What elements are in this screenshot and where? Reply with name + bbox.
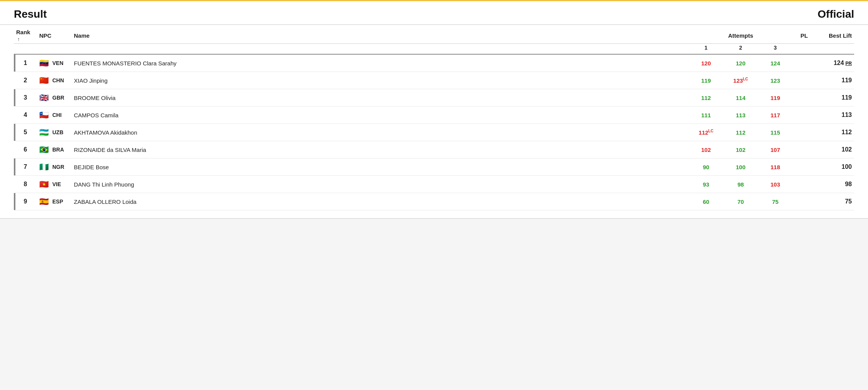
rank-bar — [14, 158, 15, 175]
attempt1-cell: 102 — [689, 141, 723, 158]
flag-icon: 🇺🇿 — [39, 128, 51, 136]
pl-cell — [793, 176, 816, 193]
name-cell: ZABALA OLLERO Loida — [72, 193, 689, 210]
attempt2-cell: 120 — [723, 54, 758, 72]
npc-cell: 🇳🇬NGR — [37, 158, 72, 176]
flag-icon: 🇳🇬 — [39, 163, 51, 171]
attempt1-cell: 93 — [689, 176, 723, 193]
best-lift-cell: 124PR — [816, 54, 854, 72]
pl-cell — [793, 89, 816, 107]
table-row: 8🇻🇳VIEDANG Thi Linh Phuong939810398 — [14, 176, 854, 193]
name-cell: BROOME Olivia — [72, 89, 689, 107]
pl-cell — [793, 107, 816, 124]
attempt3-cell: 117 — [758, 107, 793, 124]
rank-bar — [14, 124, 15, 141]
attempt3-cell: 123 — [758, 72, 793, 89]
attempt1-cell: 112LC — [689, 124, 723, 141]
pl-cell — [793, 72, 816, 89]
result-label: Result — [14, 8, 47, 20]
name-col-header: Name — [72, 25, 689, 44]
rank-cell: 3 — [14, 89, 37, 107]
header: Result Official — [0, 1, 868, 25]
flag-icon: 🇨🇱 — [39, 111, 51, 119]
flag-icon: 🇻🇪 — [39, 59, 51, 67]
rank-cell: 4 — [14, 107, 37, 124]
table-row: 6🇧🇷BRARIZONAIDE da SILVA Maria1021021071… — [14, 141, 854, 158]
npc-code: GBR — [52, 95, 64, 101]
bottom-divider — [0, 218, 868, 219]
table-row: 7🇳🇬NGRBEJIDE Bose90100118100 — [14, 158, 854, 176]
npc-code: NGR — [52, 164, 64, 170]
attempt1-cell: 120 — [689, 54, 723, 72]
name-cell: XIAO Jinping — [72, 72, 689, 89]
pr-badge: PR — [845, 61, 852, 66]
npc-code: CHN — [52, 77, 64, 83]
attempt1-header: 1 — [689, 44, 723, 55]
name-cell: FUENTES MONASTERIO Clara Sarahy — [72, 54, 689, 72]
attempt1-cell: 60 — [689, 193, 723, 210]
attempt3-cell: 119 — [758, 89, 793, 107]
pl-cell — [793, 193, 816, 210]
table-wrap: Rank ↑ NPC Name Attempts PL Best Lift 1 … — [0, 25, 868, 218]
name-cell: BEJIDE Bose — [72, 158, 689, 176]
name-cell: RIZONAIDE da SILVA Maria — [72, 141, 689, 158]
attempt3-cell: 124 — [758, 54, 793, 72]
rank-cell: 1 — [14, 54, 37, 72]
attempt2-cell: 112 — [723, 124, 758, 141]
attempt2-cell: 114 — [723, 89, 758, 107]
npc-cell: 🇨🇱CHI — [37, 107, 72, 124]
pl-col-header: PL — [793, 25, 816, 44]
npc-code: ESP — [52, 198, 63, 205]
npc-cell: 🇨🇳CHN — [37, 72, 72, 89]
npc-cell: 🇻🇪VEN — [37, 54, 72, 72]
best-lift-col-header: Best Lift — [816, 25, 854, 44]
flag-icon: 🇪🇸 — [39, 198, 51, 205]
table-row: 1🇻🇪VENFUENTES MONASTERIO Clara Sarahy120… — [14, 54, 854, 72]
pl-cell — [793, 158, 816, 176]
attempt2-cell: 113 — [723, 107, 758, 124]
table-row: 9🇪🇸ESPZABALA OLLERO Loida60707575 — [14, 193, 854, 210]
rank-cell: 8 — [14, 176, 37, 193]
table-row: 3🇬🇧GBRBROOME Olivia112114119119 — [14, 89, 854, 107]
npc-col-header: NPC — [37, 25, 72, 44]
name-cell: AKHTAMOVA Akidakhon — [72, 124, 689, 141]
rank-col-header: Rank ↑ — [14, 25, 37, 44]
best-lift-cell: 119 — [816, 89, 854, 107]
pl-cell — [793, 141, 816, 158]
page: Result Official Rank ↑ NPC Name Attempts… — [0, 0, 868, 219]
npc-cell: 🇬🇧GBR — [37, 89, 72, 107]
results-table: Rank ↑ NPC Name Attempts PL Best Lift 1 … — [14, 25, 854, 210]
best-lift-cell: 100 — [816, 158, 854, 176]
attempt1-cell: 90 — [689, 158, 723, 176]
npc-cell: 🇧🇷BRA — [37, 141, 72, 158]
attempt3-cell: 115 — [758, 124, 793, 141]
flag-icon: 🇨🇳 — [39, 77, 51, 84]
attempt3-cell: 103 — [758, 176, 793, 193]
name-cell: CAMPOS Camila — [72, 107, 689, 124]
column-headers-row: Rank ↑ NPC Name Attempts PL Best Lift — [14, 25, 854, 44]
npc-code: UZB — [52, 129, 63, 135]
attempt1-cell: 111 — [689, 107, 723, 124]
best-lift-cell: 113 — [816, 107, 854, 124]
npc-code: CHI — [52, 112, 62, 118]
npc-cell: 🇻🇳VIE — [37, 176, 72, 193]
best-lift-cell: 112 — [816, 124, 854, 141]
table-row: 2🇨🇳CHNXIAO Jinping119123LC123119 — [14, 72, 854, 89]
attempt3-cell: 107 — [758, 141, 793, 158]
attempt2-cell: 123LC — [723, 72, 758, 89]
attempt2-cell: 98 — [723, 176, 758, 193]
pl-cell — [793, 124, 816, 141]
best-lift-cell: 75 — [816, 193, 854, 210]
rank-cell: 9 — [14, 193, 37, 210]
attempt2-cell: 70 — [723, 193, 758, 210]
best-lift-cell: 102 — [816, 141, 854, 158]
attempts-col-header: Attempts — [689, 25, 793, 44]
npc-code: BRA — [52, 147, 64, 153]
attempt3-header: 3 — [758, 44, 793, 55]
name-cell: DANG Thi Linh Phuong — [72, 176, 689, 193]
pl-cell — [793, 54, 816, 72]
npc-code: VIE — [52, 181, 61, 187]
attempt2-cell: 102 — [723, 141, 758, 158]
sub-headers-row: 1 2 3 — [14, 44, 854, 55]
flag-icon: 🇧🇷 — [39, 146, 51, 153]
